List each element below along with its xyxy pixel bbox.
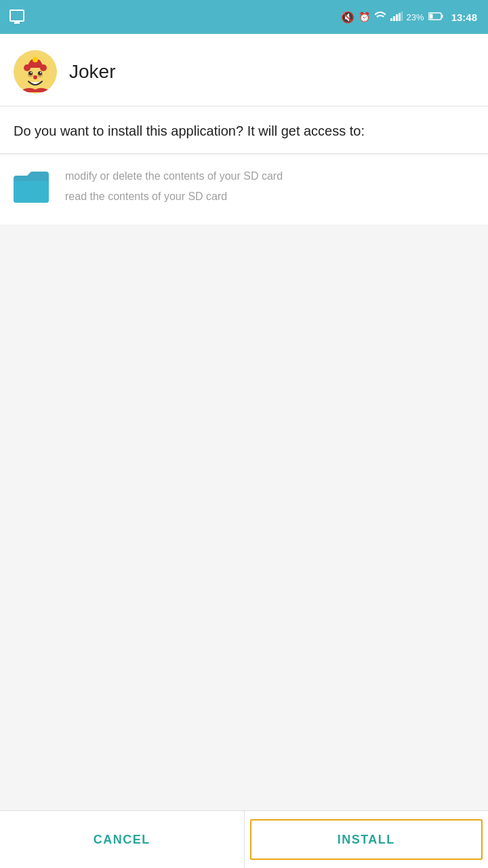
cancel-button[interactable]: CANCEL [0,811,245,868]
app-name: Joker [69,61,115,83]
svg-point-11 [33,57,38,62]
install-button[interactable]: INSTALL [245,811,489,868]
svg-rect-3 [399,13,401,21]
joker-app-icon [14,50,57,94]
svg-point-10 [40,64,47,71]
permission-line-1: modify or delete the contents of your SD… [65,169,283,184]
divider-2 [0,153,488,154]
status-icons: 🔇 ⏰ 23% 13:48 [341,11,477,24]
app-header: Joker [0,34,488,106]
svg-point-14 [28,71,33,75]
app-icon-wrapper [14,50,57,94]
svg-point-9 [24,64,30,71]
status-time: 13:48 [451,12,477,23]
alarm-icon: ⏰ [359,12,370,22]
svg-point-8 [14,50,57,94]
svg-rect-0 [390,18,392,21]
permissions-section: modify or delete the contents of your SD… [0,155,488,224]
svg-rect-6 [441,14,443,18]
cancel-button-label: CANCEL [94,833,150,847]
battery-icon [428,12,443,22]
svg-rect-4 [401,12,403,21]
question-text: Do you want to install this application?… [14,121,474,141]
svg-point-18 [33,75,37,79]
install-button-label: INSTALL [338,833,395,847]
status-bar: 🔇 ⏰ 23% 13:48 [0,0,488,34]
permission-item-storage: modify or delete the contents of your SD… [14,169,474,205]
svg-point-17 [40,72,41,73]
permission-text-group: modify or delete the contents of your SD… [65,169,283,205]
storage-folder-icon [14,172,49,205]
question-section: Do you want to install this application?… [0,106,488,153]
action-bar: CANCEL INSTALL [0,810,488,868]
svg-rect-7 [429,14,432,18]
signal-icon [390,12,403,23]
svg-point-15 [38,71,42,75]
mute-icon: 🔇 [341,11,354,24]
screen-icon [9,9,24,22]
svg-rect-1 [393,16,395,21]
battery-percentage: 23% [407,12,424,22]
main-content: Joker Do you want to install this applic… [0,34,488,810]
permission-line-2: read the contents of your SD card [65,189,283,204]
wifi-icon [374,12,386,23]
svg-point-16 [30,72,32,73]
svg-rect-2 [396,14,398,21]
